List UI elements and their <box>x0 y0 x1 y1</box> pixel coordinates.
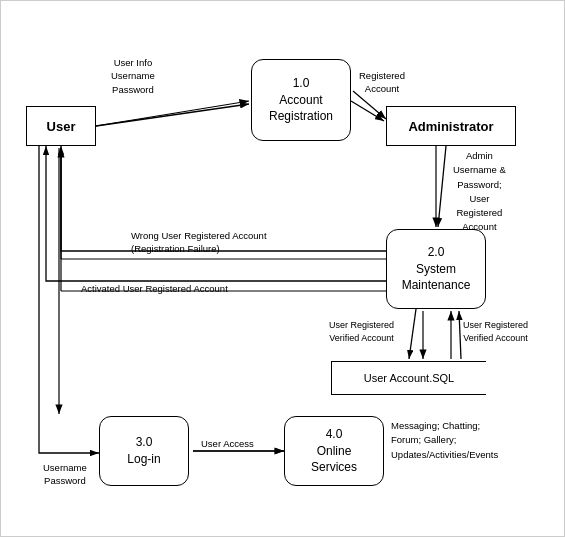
label-user-info: User InfoUsernamePassword <box>111 56 155 96</box>
diagram: User Administrator 1.0 Account Registrat… <box>0 0 565 537</box>
process-2: 2.0 System Maintenance <box>386 229 486 309</box>
label-admin-info: AdminUsername &Password;UserRegisteredAc… <box>453 149 506 235</box>
administrator-entity: Administrator <box>386 106 516 146</box>
process-4: 4.0 Online Services <box>284 416 384 486</box>
svg-line-17 <box>351 101 384 121</box>
label-verified-right: User RegisteredVerified Account <box>463 319 528 344</box>
svg-line-16 <box>96 104 249 126</box>
svg-line-21 <box>459 311 461 359</box>
process-3: 3.0 Log-in <box>99 416 189 486</box>
label-registered-account: RegisteredAccount <box>359 69 405 96</box>
process-1: 1.0 Account Registration <box>251 59 351 141</box>
datastore-user-account: User Account.SQL <box>331 361 486 395</box>
label-services: Messaging; Chatting;Forum; Gallery;Updat… <box>391 419 498 462</box>
svg-line-20 <box>409 309 416 359</box>
label-username-password: UsernamePassword <box>43 461 87 488</box>
label-wrong-user: Wrong User Registered Account(Registrati… <box>131 229 267 256</box>
svg-line-18 <box>438 146 446 227</box>
svg-line-2 <box>96 101 249 126</box>
label-user-access: User Access <box>201 438 254 449</box>
label-activated-account: Activated User Registered Account <box>81 283 228 294</box>
label-verified-left: User RegisteredVerified Account <box>329 319 394 344</box>
user-entity: User <box>26 106 96 146</box>
